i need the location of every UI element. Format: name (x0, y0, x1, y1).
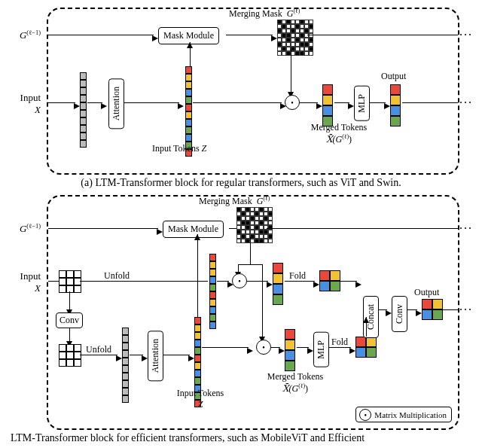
line (193, 102, 282, 103)
input-tokens-label: Input Tokens Z (152, 143, 206, 154)
ellipsis-icon: ··· (459, 303, 473, 317)
merging-mask-icon (236, 207, 273, 243)
line (267, 228, 458, 229)
arrow (142, 352, 148, 364)
caption-b: LTM-Transformer block for efficient tran… (8, 432, 474, 444)
output-tokens (390, 84, 401, 126)
line (300, 102, 318, 103)
matmul-legend: Matrix Multiplication (355, 407, 452, 422)
arrow (348, 99, 354, 111)
folded-tile-lower (355, 337, 377, 358)
output-label: Output (414, 287, 439, 298)
line (202, 347, 249, 348)
line (443, 309, 458, 310)
arrow (152, 32, 158, 44)
merged-tokens-label: Merged Tokens X̄(G(ℓ)) (301, 122, 377, 145)
figure-b: Merging Mask G(ℓ) G(ℓ−1) Mask Module ··· (8, 195, 474, 444)
line (402, 102, 458, 103)
line (48, 228, 158, 229)
line (226, 35, 273, 35)
arrow (307, 344, 313, 356)
matmul-icon (232, 273, 247, 288)
merging-mask-label: Merging Mask G(ℓ) (229, 8, 300, 20)
line (262, 264, 263, 337)
line (163, 355, 190, 355)
arrow (316, 99, 322, 111)
fold-label: Fold (289, 270, 306, 282)
arrow (116, 352, 122, 364)
line (197, 234, 198, 322)
arrow (363, 314, 369, 326)
figure-a: Merging Mask G(ℓ) G(ℓ−1) Mask Module ··· (8, 8, 474, 189)
mlp-box: MLP (313, 332, 329, 367)
arrow (188, 352, 194, 364)
arrow (187, 39, 193, 51)
arrow (74, 99, 80, 111)
arrow (386, 306, 392, 318)
unfold-label-lower: Unfold (86, 344, 111, 355)
arrow (267, 278, 273, 290)
line (291, 50, 291, 92)
arrow (416, 306, 422, 318)
arrow (101, 99, 107, 111)
token-strip-upper (209, 254, 216, 329)
arrow (355, 278, 362, 290)
mlp-box: MLP (354, 86, 370, 121)
arrow (247, 344, 253, 356)
merged-tokens (322, 84, 333, 126)
input-tokens-label: Input TokensZ (163, 388, 238, 410)
line (48, 35, 154, 35)
line (250, 237, 251, 264)
input-grid-icon (59, 270, 81, 293)
merging-mask-label: Merging Mask G(ℓ) (199, 195, 270, 207)
figure-b-box: Merging Mask G(ℓ) G(ℓ−1) Mask Module ··· (47, 195, 459, 430)
line (334, 102, 349, 103)
figure-a-box: Merging Mask G(ℓ) G(ℓ−1) Mask Module ··· (47, 8, 459, 175)
conv-box-out: Conv (392, 296, 407, 332)
line (87, 102, 102, 103)
arrow (178, 99, 184, 111)
merged-tokens-label: Merged Tokens X̄(G(ℓ)) (250, 371, 340, 395)
unfold-label: Unfold (104, 270, 130, 282)
folded-tile-upper (319, 270, 340, 291)
line (369, 102, 386, 103)
line (307, 35, 458, 35)
caption-a: (a) LTM-Transformer block for regular tr… (8, 177, 474, 189)
input-label: Input X (5, 92, 41, 116)
g-prev-label: G(ℓ−1) (5, 222, 41, 235)
merging-mask-icon (277, 20, 313, 56)
mask-module-box: Mask Module (163, 221, 224, 238)
ellipsis-icon: ··· (459, 222, 473, 236)
line (124, 102, 179, 103)
arrow (349, 344, 355, 356)
gray-token-strip (122, 328, 129, 403)
line (229, 228, 236, 229)
g-prev-label: G(ℓ−1) (5, 29, 41, 41)
matmul-icon (256, 340, 271, 355)
input-token-strip (80, 72, 87, 148)
arrow (194, 231, 200, 243)
conv-grid-icon (59, 344, 81, 367)
fold-label-lower: Fold (331, 337, 348, 348)
line (238, 264, 262, 265)
input-label: Input X (5, 270, 41, 294)
attention-box: Attention (108, 78, 124, 129)
line (247, 281, 268, 282)
conv-box: Conv (56, 312, 83, 328)
merged-tokens-upper (273, 263, 283, 305)
output-tile (422, 299, 443, 320)
arrow (384, 99, 390, 111)
merged-tokens-lower (285, 329, 295, 371)
line (80, 281, 208, 282)
ellipsis-icon: ··· (459, 96, 473, 110)
matmul-icon (285, 95, 300, 110)
arrow (279, 344, 285, 356)
arrow (157, 225, 163, 237)
attention-box: Attention (148, 331, 163, 381)
ellipsis-icon: ··· (459, 29, 473, 42)
arrow (313, 278, 319, 290)
line (48, 102, 75, 103)
line (48, 281, 59, 282)
output-label: Output (381, 71, 406, 82)
arrow (271, 32, 277, 44)
